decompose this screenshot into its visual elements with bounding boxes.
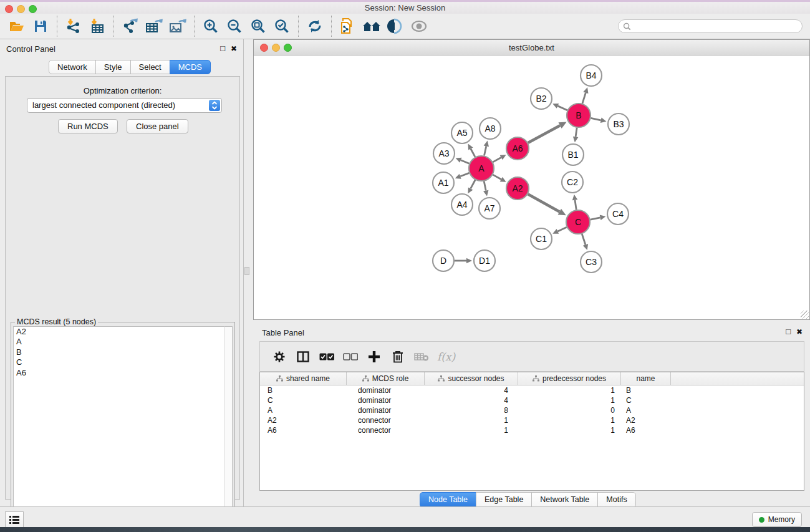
zoom-out-icon[interactable]: [223, 15, 246, 37]
table-cell[interactable]: dominator: [347, 395, 425, 405]
mcds-result-item[interactable]: A: [14, 337, 224, 347]
table-row[interactable]: A6connector11A6: [260, 425, 804, 435]
column-header-predecessor-nodes[interactable]: predecessor nodes: [518, 372, 621, 385]
close-panel-icon[interactable]: ✖: [231, 44, 237, 53]
table-cell[interactable]: connector: [347, 415, 425, 425]
add-column-icon[interactable]: [364, 346, 385, 367]
tab-mcds[interactable]: MCDS: [170, 60, 211, 74]
split-panel-icon[interactable]: [292, 346, 314, 367]
table-cell[interactable]: B: [621, 385, 671, 395]
open-session-icon[interactable]: [5, 15, 29, 37]
graph-edge-A-A6[interactable]: [493, 157, 501, 162]
close-panel-icon[interactable]: ✖: [796, 327, 803, 336]
table-cell[interactable]: 0: [518, 405, 621, 415]
table-cell[interactable]: 1: [518, 415, 621, 425]
tab-network-table[interactable]: Network Table: [531, 492, 598, 508]
graph-edge-A-A8[interactable]: [484, 146, 486, 155]
zoom-selected-icon[interactable]: [270, 15, 294, 37]
tab-style[interactable]: Style: [95, 60, 131, 74]
graph-edge-A-A3[interactable]: [461, 160, 470, 163]
table-cell[interactable]: 1: [425, 415, 518, 425]
search-field[interactable]: [618, 19, 803, 33]
tab-motifs[interactable]: Motifs: [597, 492, 635, 508]
table-row[interactable]: Adominator80A: [260, 405, 804, 415]
zoom-network-button[interactable]: [284, 44, 292, 52]
delete-columns-icon[interactable]: [387, 346, 408, 367]
tab-network[interactable]: Network: [49, 60, 96, 74]
tab-edge-table[interactable]: Edge Table: [476, 492, 532, 508]
table-cell[interactable]: A6: [260, 425, 347, 435]
select-all-columns-icon[interactable]: [316, 346, 337, 367]
table-cell[interactable]: 1: [518, 395, 621, 405]
table-cell[interactable]: 8: [425, 405, 518, 415]
close-network-button[interactable]: [260, 44, 268, 52]
graph-edge-A-A5[interactable]: [471, 148, 475, 157]
mcds-result-item[interactable]: B: [14, 347, 224, 357]
splitter-grip[interactable]: [244, 267, 249, 275]
minimize-network-button[interactable]: [272, 44, 280, 52]
float-panel-icon[interactable]: ☐: [219, 45, 226, 53]
table-cell[interactable]: dominator: [347, 405, 425, 415]
mcds-result-item[interactable]: A2: [14, 327, 224, 337]
import-network-icon[interactable]: [62, 15, 85, 37]
close-window-button[interactable]: [5, 5, 13, 13]
panel-menu-button[interactable]: [5, 511, 24, 528]
table-row[interactable]: Cdominator41C: [260, 395, 804, 405]
graph-edge-A-A1[interactable]: [460, 173, 469, 176]
tab-select[interactable]: Select: [130, 60, 170, 74]
graph-edge-B-B2[interactable]: [557, 106, 567, 110]
table-cell[interactable]: A2: [260, 415, 347, 425]
network-canvas[interactable]: B4B2BB3A8A5A6A3B1AA1C2A2A4A7C4CC1C3DD1: [254, 56, 809, 320]
table-cell[interactable]: A6: [621, 425, 671, 435]
run-mcds-button[interactable]: Run MCDS: [58, 119, 118, 133]
mcds-result-item[interactable]: A6: [14, 368, 224, 378]
table-cell[interactable]: connector: [347, 425, 425, 435]
memory-button[interactable]: Memory: [752, 512, 802, 527]
table-cell[interactable]: A2: [621, 415, 671, 425]
table-cell[interactable]: dominator: [347, 385, 425, 395]
float-panel-icon[interactable]: ☐: [785, 328, 791, 336]
window-resize-grip[interactable]: [801, 311, 809, 319]
graphics-details-icon[interactable]: [383, 15, 407, 37]
import-table-icon[interactable]: [85, 15, 109, 37]
search-input[interactable]: [634, 22, 789, 31]
column-header-shared-name[interactable]: shared name: [260, 372, 347, 385]
first-neighbors-icon[interactable]: [360, 15, 383, 37]
network-window-titlebar[interactable]: testGlobe.txt: [254, 40, 809, 56]
graph-edge-A-A4[interactable]: [471, 180, 475, 189]
export-image-icon[interactable]: [166, 15, 190, 37]
table-cell[interactable]: A: [621, 405, 671, 415]
graph-edge-A2-C[interactable]: [528, 194, 560, 211]
zoom-fit-icon[interactable]: [246, 15, 270, 37]
graph-edge-C-C2[interactable]: [575, 200, 576, 210]
mcds-result-item[interactable]: C: [14, 357, 224, 367]
graph-edge-A-A2[interactable]: [493, 175, 501, 179]
export-network-icon[interactable]: [118, 15, 142, 37]
table-row[interactable]: A2connector11A2: [260, 415, 804, 425]
table-cell[interactable]: C: [621, 395, 671, 405]
column-header-name[interactable]: name: [621, 372, 671, 385]
new-network-from-selection-icon[interactable]: [336, 15, 360, 37]
graph-edge-B-B4[interactable]: [582, 93, 586, 104]
mcds-result-list[interactable]: A2ABCA6: [13, 326, 224, 531]
table-cell[interactable]: 4: [425, 385, 518, 395]
table-cell[interactable]: 1: [425, 425, 518, 435]
apply-layout-icon[interactable]: [303, 15, 327, 37]
graph-edge-C-C3[interactable]: [582, 234, 586, 244]
graph-edge-C-C4[interactable]: [591, 218, 600, 220]
table-cell[interactable]: A: [260, 405, 347, 415]
export-table-icon[interactable]: [142, 15, 166, 37]
result-list-scrollbar[interactable]: [224, 326, 233, 531]
criterion-select[interactable]: largest connected component (directed): [27, 98, 222, 113]
table-cell[interactable]: C: [260, 395, 347, 405]
table-cell[interactable]: 4: [425, 395, 518, 405]
save-session-icon[interactable]: [29, 15, 52, 37]
table-settings-icon[interactable]: [269, 346, 290, 367]
table-cell[interactable]: B: [260, 385, 347, 395]
close-panel-button[interactable]: Close panel: [127, 119, 188, 133]
graph-edge-A6-B[interactable]: [528, 125, 560, 143]
graph-edge-A-A7[interactable]: [484, 181, 486, 191]
table-cell[interactable]: 1: [518, 425, 621, 435]
table-row[interactable]: Bdominator41B: [260, 385, 804, 395]
zoom-window-button[interactable]: [29, 5, 37, 13]
